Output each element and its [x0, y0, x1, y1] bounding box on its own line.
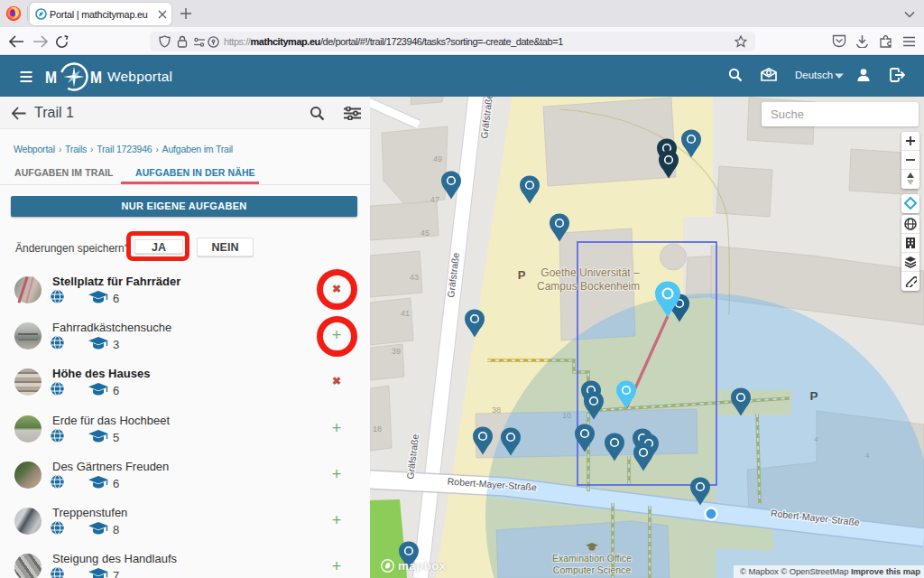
svg-text:M: M [45, 68, 57, 87]
svg-text:P: P [518, 268, 526, 282]
svg-text:49: 49 [433, 154, 442, 163]
svg-text:P: P [809, 389, 818, 403]
svg-text:43: 43 [410, 273, 419, 282]
svg-text:38: 38 [492, 406, 501, 415]
svg-text:M: M [90, 68, 102, 87]
svg-text:Campus Bockenheim: Campus Bockenheim [537, 280, 640, 293]
svg-text:Examination Office: Examination Office [552, 553, 632, 564]
svg-text:Computer Science: Computer Science [553, 564, 632, 575]
svg-text:18: 18 [373, 424, 382, 434]
svg-text:39: 39 [392, 347, 401, 356]
svg-text:47: 47 [430, 195, 439, 204]
svg-text:45: 45 [420, 228, 430, 238]
svg-text:41: 41 [401, 309, 410, 318]
svg-text:Goethe Universität –: Goethe Universität – [541, 266, 640, 279]
